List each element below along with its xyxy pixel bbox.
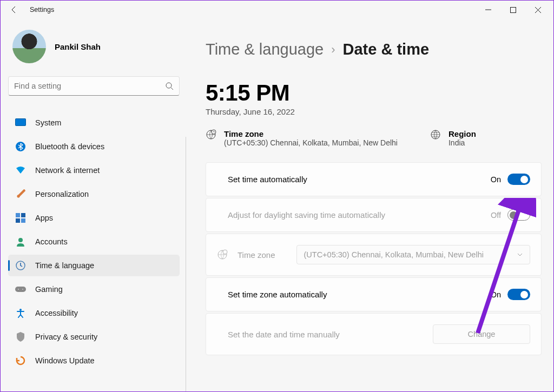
chevron-down-icon [517,251,523,258]
main-panel: Time & language › Date & time 5:15 PM Th… [187,19,553,391]
timezone-info: Time zone (UTC+05:30) Chennai, Kolkata, … [206,129,398,147]
daylight-label: Adjust for daylight saving time automati… [228,210,385,220]
sidebar-item-label: Privacy & security [35,333,97,341]
system-icon [15,117,27,129]
breadcrumb-parent[interactable]: Time & language [206,41,324,58]
title-bar: Settings [1,1,553,19]
timezone-dropdown-value: (UTC+05:30) Chennai, Kolkata, Mumbai, Ne… [304,250,483,259]
shield-icon [15,331,27,343]
sidebar-item-label: Personalization [35,190,89,198]
setting-auto-time: Set time automatically On [206,162,542,196]
search-icon [165,82,174,90]
svg-rect-10 [21,218,25,223]
sidebar-item-apps[interactable]: Apps [8,207,180,229]
globe-clock-icon [206,129,216,140]
svg-rect-9 [16,218,20,223]
sidebar: Pankil Shah SystemBluetooth & devicesNet… [1,19,187,391]
sidebar-item-wifi[interactable]: Network & internet [8,160,180,181]
current-date: Thursday, June 16, 2022 [206,107,542,116]
globe-icon [430,129,441,140]
breadcrumb: Time & language › Date & time [206,41,542,58]
auto-tz-state: On [491,290,501,299]
brush-icon [15,188,27,200]
update-icon [15,355,27,367]
setting-auto-tz: Set time zone automatically On [206,277,542,311]
sidebar-item-label: Windows Update [35,356,95,365]
apps-icon [15,212,27,224]
svg-rect-1 [510,7,516,12]
maximize-button[interactable] [500,1,525,18]
sidebar-item-label: Time & language [35,261,94,270]
sidebar-item-label: Apps [35,214,53,222]
svg-point-14 [18,289,19,290]
wifi-icon [15,164,27,176]
auto-tz-toggle[interactable] [507,289,530,300]
clock-icon [15,260,27,271]
avatar [12,30,46,63]
sidebar-item-game[interactable]: Gaming [8,278,180,300]
current-time: 5:15 PM [206,80,542,106]
timezone-picker-label: Time zone [238,250,275,260]
breadcrumb-current: Date & time [343,41,430,58]
region-info: Region India [430,129,476,147]
window-controls [476,1,550,18]
bluetooth-icon [15,141,27,152]
svg-point-21 [223,250,227,254]
auto-time-label: Set time automatically [228,175,307,184]
svg-line-3 [171,88,173,90]
timezone-title: Time zone [224,129,398,138]
sidebar-item-person[interactable]: Accounts [8,231,180,253]
svg-point-15 [22,289,23,290]
svg-rect-13 [15,287,26,292]
nav-list: SystemBluetooth & devicesNetwork & inter… [8,112,180,371]
sidebar-item-clock[interactable]: Time & language [8,255,180,276]
sidebar-item-label: Network & internet [35,166,100,175]
daylight-toggle[interactable] [507,209,530,221]
daylight-state: Off [491,211,501,220]
svg-point-11 [18,238,23,242]
region-value: India [449,138,476,147]
auto-tz-label: Set time zone automatically [228,290,327,299]
timezone-dropdown[interactable]: (UTC+05:30) Chennai, Kolkata, Mumbai, Ne… [296,245,530,264]
search-input[interactable] [14,82,165,90]
setting-timezone-picker: Time zone (UTC+05:30) Chennai, Kolkata, … [206,234,542,276]
svg-point-2 [166,83,172,88]
user-name: Pankil Shah [55,42,101,51]
manual-label: Set the date and time manually [228,330,340,339]
profile-block[interactable]: Pankil Shah [8,30,180,63]
setting-daylight: Adjust for daylight saving time automati… [206,198,542,232]
sidebar-item-label: Accounts [35,237,68,246]
search-box[interactable] [8,76,180,96]
auto-time-state: On [491,175,501,184]
sidebar-item-bluetooth[interactable]: Bluetooth & devices [8,136,180,157]
back-button[interactable] [9,5,19,15]
sidebar-item-shield[interactable]: Privacy & security [8,326,180,348]
close-button[interactable] [525,1,550,18]
sidebar-item-accessibility[interactable]: Accessibility [8,302,180,324]
sidebar-item-label: Gaming [35,285,63,294]
sidebar-item-system[interactable]: System [8,112,180,134]
sidebar-item-label: System [35,118,61,127]
timezone-value: (UTC+05:30) Chennai, Kolkata, Mumbai, Ne… [224,138,398,147]
game-icon [15,283,27,295]
sidebar-item-label: Bluetooth & devices [35,142,104,151]
auto-time-toggle[interactable] [507,174,530,185]
svg-rect-8 [21,213,25,217]
sidebar-item-label: Accessibility [35,309,78,317]
change-button[interactable]: Change [433,324,530,344]
globe-clock-icon [217,249,228,260]
sidebar-item-update[interactable]: Windows Update [8,350,180,371]
chevron-right-icon: › [331,43,335,57]
window-title: Settings [30,6,54,14]
region-title: Region [449,129,476,138]
svg-rect-7 [16,213,20,217]
minimize-button[interactable] [476,1,500,18]
svg-point-16 [19,309,22,311]
setting-manual-time: Set the date and time manually Change [206,313,542,355]
person-icon [15,236,27,248]
accessibility-icon [15,307,27,319]
svg-rect-4 [16,119,26,126]
sidebar-item-brush[interactable]: Personalization [8,183,180,205]
